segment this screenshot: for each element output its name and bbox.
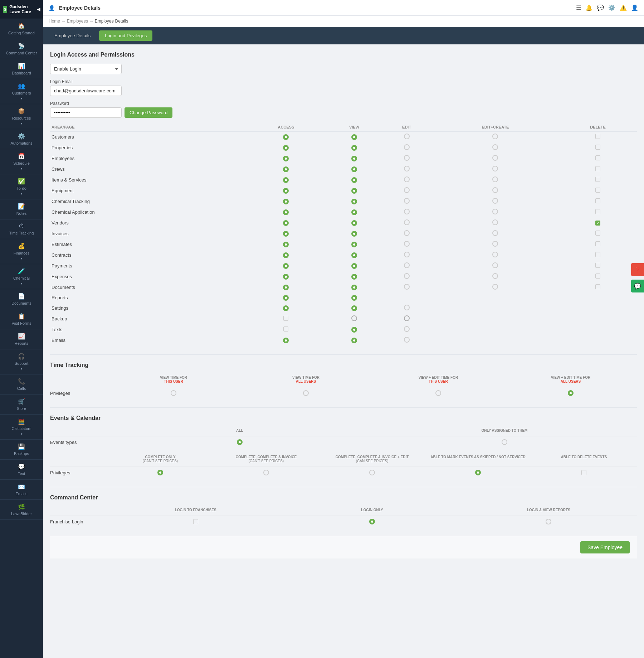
radio-filled[interactable] [351,252,357,258]
tt-radio-0[interactable] [171,390,176,396]
perm-cell[interactable] [327,335,381,346]
radio-filled[interactable] [283,145,289,151]
radio-empty[interactable] [492,209,498,214]
perm-cell[interactable] [559,250,637,261]
sidebar-item-to-do[interactable]: ✅ To-do ▾ [0,174,43,199]
radio-filled[interactable] [283,231,289,237]
radio-filled[interactable] [283,134,289,140]
events-cell-0[interactable] [107,439,372,445]
perm-cell[interactable] [559,282,637,293]
perm-cell[interactable] [382,153,432,164]
radio-filled[interactable] [283,285,289,290]
sidebar-item-text[interactable]: 💬 Text [0,460,43,480]
perm-cell[interactable] [432,271,559,282]
perm-cell[interactable] [245,207,327,218]
perm-cell[interactable] [327,142,381,153]
perm-cell[interactable] [559,142,637,153]
sidebar-item-notes[interactable]: 📝 Notes [0,199,43,219]
perm-cell[interactable] [382,282,432,293]
enable-login-select[interactable]: Enable Login [50,64,122,74]
perm-cell[interactable] [327,132,381,142]
float-support-button[interactable]: ❓ [631,263,644,276]
perm-cell[interactable] [382,239,432,250]
checkbox-empty[interactable] [595,145,600,150]
perm-cell[interactable] [245,314,327,324]
events-priv-cell-4[interactable] [531,470,637,475]
perm-cell[interactable] [432,228,559,239]
tt-radio-1[interactable] [303,390,309,396]
radio-empty[interactable] [404,209,410,214]
sidebar-item-command-center[interactable]: 📡 Command Center [0,39,43,59]
perm-cell[interactable] [559,271,637,282]
radio-empty[interactable] [492,219,498,225]
perm-cell[interactable] [245,335,327,346]
perm-cell[interactable] [327,196,381,207]
perm-cell[interactable] [432,239,559,250]
checkbox-empty[interactable] [283,316,288,321]
radio-filled[interactable] [283,263,289,269]
radio-empty[interactable] [404,273,410,279]
radio-empty[interactable] [492,262,498,268]
radio-filled[interactable] [283,188,289,194]
sidebar-item-store[interactable]: 🛒 Store [0,395,43,415]
save-employee-button[interactable]: Save Employee [580,541,630,553]
perm-cell[interactable] [382,228,432,239]
radio-filled[interactable] [283,242,289,247]
events-radio-0[interactable] [237,439,243,445]
checkbox-empty[interactable] [283,326,288,332]
perm-cell[interactable] [382,335,432,346]
radio-empty[interactable] [404,337,410,343]
sidebar-item-chemical[interactable]: 🧪 Chemical ▾ [0,264,43,289]
perm-cell[interactable] [245,324,327,335]
perm-cell[interactable] [432,282,559,293]
perm-cell[interactable] [559,196,637,207]
radio-empty[interactable] [404,144,410,150]
checkbox-empty[interactable] [595,209,600,214]
radio-filled[interactable] [283,274,289,280]
radio-empty[interactable] [404,134,410,139]
perm-cell[interactable] [245,239,327,250]
perm-cell[interactable]: ✓ [559,218,637,228]
change-password-button[interactable]: Change Password [125,107,172,118]
radio-filled[interactable] [351,199,357,204]
radio-empty[interactable] [404,326,410,332]
cc-cell-1[interactable] [284,519,460,524]
perm-cell[interactable] [382,314,432,324]
events-cell-1[interactable] [372,439,637,445]
radio-empty[interactable] [404,252,410,257]
perm-cell[interactable] [327,218,381,228]
perm-cell[interactable] [382,218,432,228]
tab-login-privileges[interactable]: Login and Privileges [99,30,152,41]
cc-cell-0[interactable] [107,519,284,524]
perm-cell[interactable] [382,164,432,175]
radio-empty[interactable] [404,176,410,182]
perm-cell[interactable] [382,324,432,335]
perm-cell[interactable] [327,153,381,164]
user-icon[interactable]: 👤 [631,4,638,11]
perm-cell[interactable] [245,228,327,239]
events-radio-1[interactable] [502,439,507,445]
settings-icon[interactable]: ⚙️ [608,4,615,11]
radio-empty[interactable] [492,241,498,247]
menu-icon[interactable]: ☰ [576,4,581,11]
perm-cell[interactable] [245,261,327,271]
checkbox-empty[interactable] [595,274,600,279]
perm-cell[interactable] [432,185,559,196]
sidebar-item-customers[interactable]: 👥 Customers ▾ [0,79,43,104]
perm-cell[interactable] [327,324,381,335]
radio-empty[interactable] [404,187,410,193]
perm-cell[interactable] [382,185,432,196]
sidebar-item-reports[interactable]: 📈 Reports [0,329,43,349]
tt-cell-3[interactable] [504,390,637,396]
breadcrumb-section[interactable]: Employees [67,19,88,24]
checkbox-empty[interactable] [595,252,600,257]
radio-empty-dark[interactable] [404,315,410,321]
perm-cell[interactable] [327,261,381,271]
sidebar-item-visit-forms[interactable]: 📋 Visit Forms [0,309,43,329]
login-email-input[interactable] [50,86,122,96]
tt-cell-0[interactable] [107,390,240,396]
breadcrumb-home[interactable]: Home [49,19,60,24]
radio-empty[interactable] [404,166,410,171]
perm-cell[interactable] [245,303,327,314]
float-chat-button[interactable]: 💬 [631,280,644,292]
